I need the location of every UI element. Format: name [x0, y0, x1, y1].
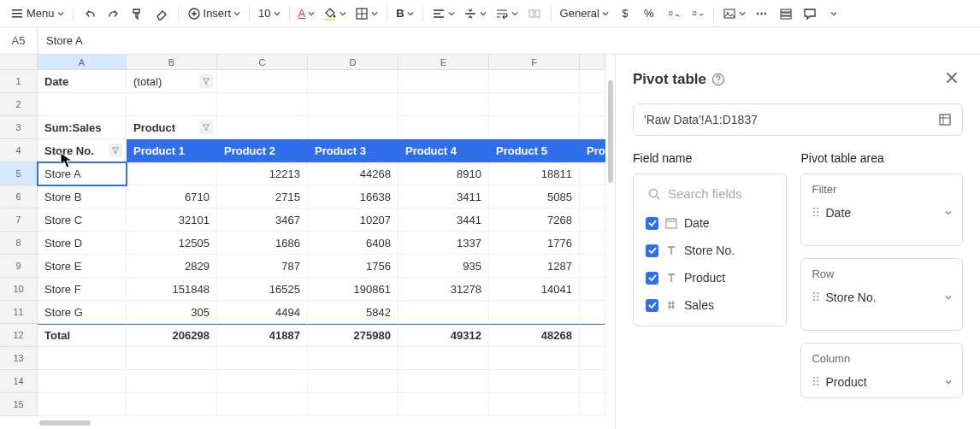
- cell[interactable]: 305: [127, 301, 217, 324]
- cell[interactable]: [398, 370, 489, 393]
- cell[interactable]: [217, 116, 308, 139]
- cell[interactable]: [217, 347, 308, 370]
- cond-format-button[interactable]: [775, 3, 797, 25]
- cell[interactable]: [489, 393, 580, 416]
- cell[interactable]: Store No.: [38, 139, 127, 162]
- cell[interactable]: Store E: [38, 255, 127, 278]
- image-button[interactable]: [719, 3, 749, 25]
- font-color-button[interactable]: A: [295, 3, 319, 25]
- cell[interactable]: 2715: [217, 185, 308, 209]
- number-format-button[interactable]: General: [557, 3, 612, 25]
- field-item-product[interactable]: Product: [641, 264, 779, 291]
- cell[interactable]: Product 3: [308, 139, 398, 162]
- cell[interactable]: [580, 185, 605, 209]
- close-panel-button[interactable]: [941, 67, 963, 91]
- col-header-e[interactable]: E: [398, 55, 489, 70]
- help-icon[interactable]: [711, 73, 725, 86]
- cell[interactable]: 3411: [398, 185, 489, 209]
- cell[interactable]: 49312: [398, 324, 489, 347]
- cell[interactable]: 48268: [489, 324, 580, 347]
- field-search[interactable]: Search fields: [641, 181, 779, 206]
- cell[interactable]: 190861: [308, 278, 398, 301]
- col-header-f[interactable]: F: [489, 55, 580, 70]
- cell[interactable]: [38, 93, 127, 116]
- filter-icon[interactable]: [109, 144, 122, 157]
- filter-icon[interactable]: [199, 120, 213, 134]
- cell[interactable]: Sum:Sales: [38, 116, 127, 139]
- cell[interactable]: [489, 370, 580, 393]
- h-align-button[interactable]: [428, 3, 458, 25]
- cell[interactable]: [580, 278, 605, 301]
- cell[interactable]: [308, 347, 398, 370]
- cell[interactable]: Product: [127, 116, 217, 139]
- row-header[interactable]: 12: [0, 324, 38, 347]
- cell[interactable]: [217, 70, 308, 93]
- cell[interactable]: Total: [38, 324, 127, 347]
- cell[interactable]: [398, 347, 489, 370]
- cell[interactable]: [398, 93, 489, 116]
- row-header[interactable]: 10: [0, 278, 38, 301]
- cell[interactable]: [580, 162, 605, 185]
- cell[interactable]: 206298: [127, 324, 217, 347]
- cell[interactable]: [308, 370, 398, 393]
- format-painter-button[interactable]: [127, 3, 149, 25]
- horizontal-scrollbar[interactable]: [39, 420, 91, 426]
- cell[interactable]: [580, 116, 605, 139]
- collapse-toolbar-button[interactable]: [823, 3, 845, 25]
- v-align-button[interactable]: [460, 3, 490, 25]
- formula-input[interactable]: Store A: [38, 27, 980, 54]
- cell[interactable]: 12213: [217, 162, 308, 185]
- cell[interactable]: [580, 209, 605, 232]
- cell[interactable]: [580, 93, 605, 116]
- cell[interactable]: 3441: [398, 209, 489, 232]
- field-item-date[interactable]: Date: [641, 209, 779, 237]
- fill-color-button[interactable]: [320, 3, 350, 25]
- cell[interactable]: [38, 370, 127, 393]
- cell[interactable]: [489, 93, 580, 116]
- merge-button[interactable]: [523, 3, 546, 25]
- cell[interactable]: [489, 116, 580, 139]
- cell[interactable]: [398, 393, 489, 416]
- insert-button[interactable]: Insert: [184, 3, 245, 25]
- row-header[interactable]: 14: [0, 370, 38, 393]
- col-header-d[interactable]: D: [308, 55, 398, 70]
- cell[interactable]: Product 2: [217, 139, 308, 162]
- cell[interactable]: [308, 70, 398, 93]
- cell[interactable]: [398, 116, 489, 139]
- cell[interactable]: [580, 393, 605, 416]
- select-all-corner[interactable]: [0, 55, 38, 70]
- decrease-decimal-button[interactable]: .0: [686, 3, 708, 25]
- column-item-product[interactable]: ⠿Product: [801, 368, 962, 397]
- menu-button[interactable]: Menu: [7, 3, 68, 25]
- field-item-sales[interactable]: Sales: [641, 291, 779, 319]
- cell[interactable]: [580, 301, 605, 324]
- cell[interactable]: 16525: [217, 278, 308, 301]
- cell[interactable]: Store F: [38, 278, 127, 301]
- col-header-g[interactable]: [580, 55, 605, 70]
- range-picker-icon[interactable]: [938, 113, 952, 126]
- row-header[interactable]: 8: [0, 232, 38, 255]
- cell[interactable]: 5085: [489, 185, 580, 209]
- cell[interactable]: [217, 370, 308, 393]
- row-area[interactable]: Row ⠿Store No.: [800, 258, 963, 331]
- row-header[interactable]: 2: [0, 93, 38, 116]
- increase-decimal-button[interactable]: .0: [662, 3, 684, 25]
- cell[interactable]: 787: [217, 255, 308, 278]
- row-item-store[interactable]: ⠿Store No.: [801, 284, 962, 313]
- col-header-a[interactable]: A: [38, 55, 127, 70]
- filter-item-date[interactable]: ⠿Date: [801, 199, 962, 228]
- wrap-button[interactable]: [492, 3, 522, 25]
- currency-button[interactable]: $: [614, 3, 636, 25]
- cell[interactable]: [580, 370, 605, 393]
- cell[interactable]: [38, 347, 127, 370]
- cell[interactable]: [489, 70, 580, 93]
- font-size-control[interactable]: 10: [255, 3, 283, 25]
- cell[interactable]: Product 5: [489, 139, 580, 162]
- redo-button[interactable]: [103, 3, 125, 25]
- cell[interactable]: 3467: [217, 209, 308, 232]
- bold-button[interactable]: B: [393, 3, 416, 25]
- row-header[interactable]: 7: [0, 209, 38, 232]
- cell[interactable]: [308, 93, 398, 116]
- col-header-b[interactable]: B: [127, 55, 217, 70]
- cell[interactable]: 1776: [489, 232, 580, 255]
